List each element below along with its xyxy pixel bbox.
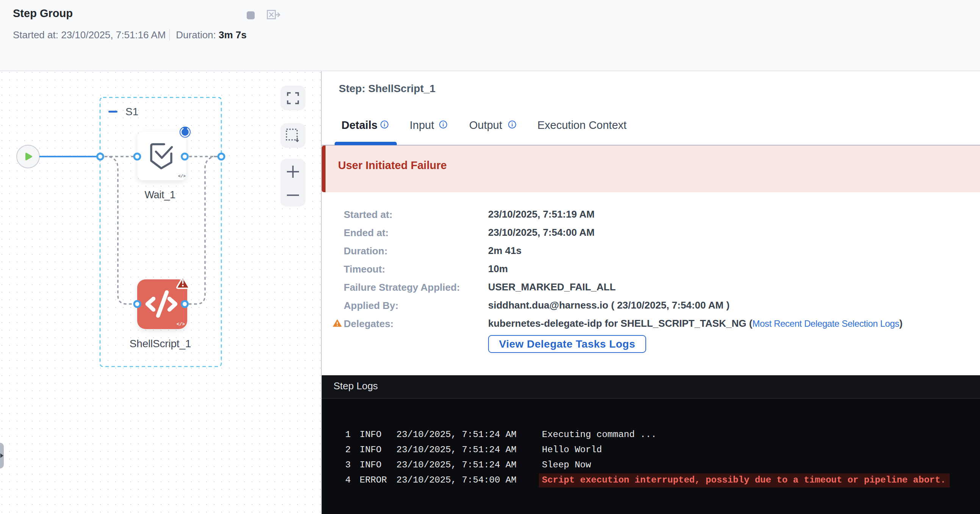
svg-text:S1: S1 [126, 106, 138, 118]
svg-text:Wait_1: Wait_1 [145, 189, 175, 201]
svg-text:</>: </> [177, 322, 185, 327]
svg-text:</>: </> [178, 174, 186, 178]
svg-text:ShellScript_1: ShellScript_1 [130, 338, 191, 350]
